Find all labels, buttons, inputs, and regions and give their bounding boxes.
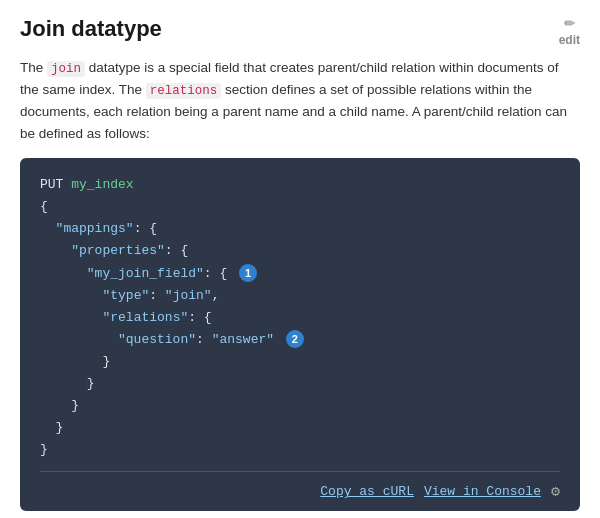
edit-label: edit	[559, 33, 580, 47]
description: The join datatype is a special field tha…	[20, 57, 580, 144]
badge-2: 2	[286, 330, 304, 348]
badge-1: 1	[239, 264, 257, 282]
copy-curl-button[interactable]: Copy as cURL	[320, 484, 414, 499]
relations-code: relations	[146, 83, 222, 99]
page-title: Join datatype ✏ edit	[20, 16, 580, 47]
edit-button[interactable]: ✏ edit	[559, 16, 580, 47]
code-block: PUT my_index { "mappings": { "properties…	[20, 158, 580, 511]
title-text: Join datatype	[20, 16, 162, 42]
code-toolbar: Copy as cURL View in Console ⚙	[40, 471, 560, 511]
gear-icon[interactable]: ⚙	[551, 482, 560, 501]
index-name: my_index	[71, 177, 133, 192]
view-console-button[interactable]: View in Console	[424, 484, 541, 499]
code-content: PUT my_index { "mappings": { "properties…	[40, 174, 560, 461]
join-code: join	[47, 61, 85, 77]
edit-icon: ✏	[564, 16, 575, 31]
